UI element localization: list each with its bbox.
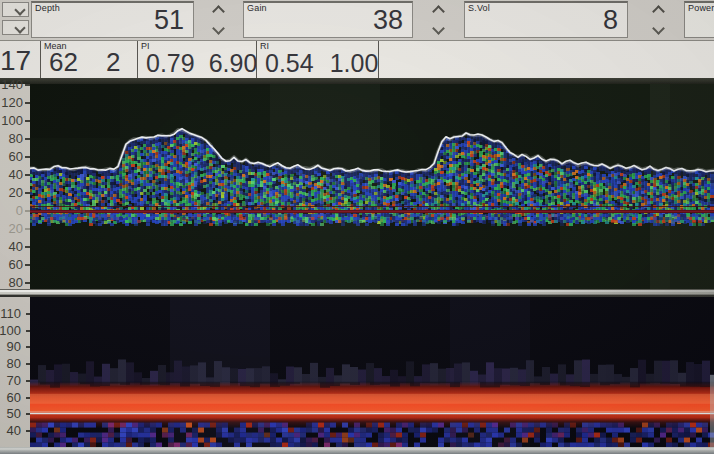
m-mode-display [30,297,714,447]
chevron-up-icon [432,5,445,18]
sample-volume-field[interactable]: S.Vol 8 [464,1,628,38]
velocity-tick: 20 [0,186,30,200]
combo-box-2[interactable] [2,20,29,35]
pi-field: PI 0.79 6.90 [137,41,256,78]
header-row-measurements: 17 Mean 62 2 PI 0.79 6.90 RI 0.54 [0,41,714,78]
bottom-bezel [0,447,714,454]
depth-tick: 40 [0,424,30,438]
depth-spinner-up[interactable] [213,7,224,16]
svol-spinner-up[interactable] [653,7,664,16]
mean-value-2: 2 [106,47,120,78]
depth-tick: 90 [0,340,30,354]
velocity-tick: 40 [0,240,30,254]
header-row-controls: Depth 51 Gain 38 S.Vol 8 [0,0,714,41]
chevron-down-icon [432,22,445,35]
depth-label: Depth [35,3,60,13]
chevron-down-icon [652,22,665,35]
header: Depth 51 Gain 38 S.Vol 8 [0,0,714,84]
mean-value-1: 62 [49,47,78,78]
velocity-tick: 0 [0,204,30,218]
depth-tick: 110 [0,307,30,321]
power-field[interactable]: Power [684,1,714,38]
gain-spinner [426,7,450,33]
chevron-down-icon [212,22,225,35]
chevron-up-icon [212,5,225,18]
ri-field: RI 0.54 1.00 [256,41,378,78]
chevron-down-icon [14,4,25,15]
depth-tick: 60 [0,391,30,405]
velocity-tick: 60 [0,258,30,272]
gain-value: 38 [373,5,403,36]
doppler-spectrogram-display [30,84,714,289]
gain-spinner-up[interactable] [433,7,444,16]
pi-value-2: 6.90 [209,49,258,78]
combo-box-1[interactable] [2,2,29,17]
velocity-tick: 80 [0,276,30,290]
depth-value: 51 [154,5,184,36]
depth-spinner [206,7,230,33]
sample-volume-value: 8 [603,5,618,36]
tcd-ultrasound-screen: Depth 51 Gain 38 S.Vol 8 [0,0,714,454]
gain-spinner-down[interactable] [433,24,444,33]
depth-tick: 100 [0,324,30,338]
ri-value-1: 0.54 [265,49,314,78]
pi-value-1: 0.79 [146,49,195,78]
chart-separator [0,289,714,297]
left-cropped-value: 17 [0,41,40,78]
depth-axis: 110100908070605040 [0,297,30,447]
gain-label: Gain [247,3,267,13]
depth-tick: 50 [0,407,30,421]
depth-spinner-down[interactable] [213,24,224,33]
depth-tick: 80 [0,357,30,371]
velocity-tick: 60 [0,150,30,164]
velocity-tick: 120 [0,96,30,110]
gain-field[interactable]: Gain 38 [243,1,413,38]
mean-field: Mean 62 2 [40,41,137,78]
svol-spinner-down[interactable] [653,24,664,33]
empty-measurement-cell [378,41,714,78]
sample-volume-label: S.Vol [468,3,490,13]
depth-tick: 70 [0,374,30,388]
sample-volume-spinner [646,7,670,33]
chevron-up-icon [652,5,665,18]
velocity-tick: 100 [0,114,30,128]
chevron-down-icon [14,22,25,33]
ri-value-2: 1.00 [330,49,379,78]
velocity-tick: 40 [0,168,30,182]
velocity-tick: 20 [0,222,30,236]
velocity-axis: 14012010080604020020406080 [0,84,30,289]
power-label: Power [688,3,714,13]
depth-field[interactable]: Depth 51 [31,1,194,38]
velocity-tick: 80 [0,132,30,146]
velocity-tick: 140 [0,78,30,92]
